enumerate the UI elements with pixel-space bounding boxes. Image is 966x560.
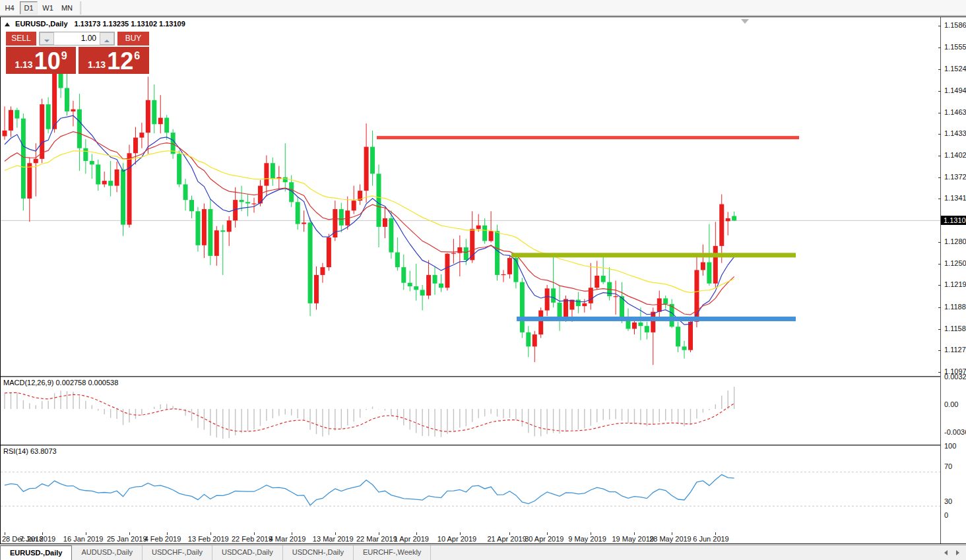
indicator-axis-label: 70 [944, 462, 952, 470]
price-axis-label: 1.12500 [944, 259, 966, 267]
date-axis-label: 13 Feb 2019 [188, 535, 229, 543]
date-axis-label: 13 Mar 2019 [313, 535, 354, 543]
date-axis-label: 25 Jan 2019 [107, 535, 147, 543]
date-axis-label: 6 Jun 2019 [693, 535, 728, 543]
buy-price-base: 1.13 [88, 59, 106, 70]
collapse-panel-icon[interactable] [5, 22, 10, 26]
indicator-axis-label: 0.00 [944, 400, 958, 408]
price-axis-tick [938, 307, 941, 308]
chart-title: EURUSD-,Daily 1.13173 1.13235 1.13102 1.… [5, 20, 185, 28]
rsi-pane-separator[interactable] [1, 445, 940, 446]
chart-window: EURUSD-,Daily 1.13173 1.13235 1.13102 1.… [0, 16, 966, 544]
price-axis-label: 1.14635 [944, 108, 966, 116]
price-axis-label: 1.14330 [944, 129, 966, 137]
chart-tab-eurchf[interactable]: EURCHF-,Weekly [354, 545, 431, 560]
price-axis-tick [938, 91, 941, 92]
date-axis-label: 30 Apr 2019 [525, 535, 564, 543]
price-axis-tick [938, 113, 941, 113]
rsi-indicator-canvas[interactable] [1, 447, 940, 532]
price-axis-tick [938, 134, 941, 135]
chart-tab-usdcad[interactable]: USDCAD-,Daily [212, 545, 283, 560]
timeframe-toolbar: H4D1W1MN [0, 0, 966, 16]
chart-shift-marker-icon[interactable] [741, 19, 749, 24]
date-axis-label: 22 Mar 2019 [356, 535, 397, 543]
price-axis-label: 1.15245 [944, 65, 966, 73]
macd-pane-separator[interactable] [1, 376, 940, 377]
sell-price-base: 1.13 [15, 59, 32, 70]
tab-scroll-right-icon[interactable] [956, 550, 959, 555]
indicator-axis-label: -0.003659 [944, 428, 966, 436]
timeframe-button-h4[interactable]: H4 [1, 1, 18, 15]
macd-indicator-canvas[interactable] [1, 378, 940, 444]
date-axis-label: 16 Jan 2019 [63, 535, 104, 543]
price-axis-tick [938, 26, 941, 26]
timeframe-button-d1[interactable]: D1 [20, 1, 38, 15]
price-axis-tick [938, 264, 941, 264]
indicator-axis-label: 0 [944, 511, 948, 519]
price-axis-tick [938, 47, 941, 48]
chart-tab-bar: EURUSD-,DailyAUDUSD-,DailyUSDCHF-,DailyU… [0, 545, 966, 560]
date-axis[interactable]: 28 Dec 20187 Jan 201916 Jan 201925 Jan 2… [1, 532, 940, 544]
date-axis-label: 19 May 2019 [612, 535, 654, 543]
indicator-axis-label: 30 [944, 497, 952, 505]
date-axis-label: 9 May 2019 [568, 535, 606, 543]
price-axis-label: 1.15860 [944, 21, 966, 29]
sell-button[interactable]: SELL [6, 32, 36, 46]
price-axis-tick [938, 177, 941, 178]
sell-price-display[interactable]: 1.13 10 9 [6, 47, 76, 74]
price-axis-label: 1.14940 [944, 86, 966, 94]
volume-increase-button[interactable] [100, 32, 114, 45]
price-axis-label: 1.13415 [944, 194, 966, 202]
chevron-up-icon [104, 40, 110, 42]
price-axis-tick [938, 69, 941, 70]
one-click-trade-panel: SELL 1.00 BUY 1.13 10 9 1.13 12 6 [6, 32, 149, 74]
price-axis-label: 1.12195 [944, 280, 966, 288]
timeframe-button-mn[interactable]: MN [58, 1, 76, 15]
date-axis-label: 7 Jan 2019 [20, 535, 55, 543]
sell-price-point: 9 [61, 50, 67, 62]
buy-price-pips: 12 [107, 50, 133, 73]
chart-quote-ohlc: 1.13173 1.13235 1.13102 1.13109 [75, 20, 185, 28]
chart-tab-usdchf[interactable]: USDCHF-,Daily [143, 545, 212, 560]
sell-price-pips: 10 [34, 50, 61, 73]
price-axis-label: 1.14025 [944, 151, 966, 159]
chart-tab-usdcnh[interactable]: USDCNH-,Daily [283, 545, 354, 560]
buy-button[interactable]: BUY [117, 32, 149, 46]
date-axis-label: 28 May 2019 [649, 535, 692, 543]
price-axis-tick [938, 285, 941, 286]
tab-scroll-left-icon[interactable] [944, 550, 948, 555]
timeframe-button-w1[interactable]: W1 [39, 1, 57, 15]
buy-price-point: 6 [134, 50, 140, 62]
price-axis-tick [938, 199, 941, 199]
macd-label: MACD(12,26,9) 0.002758 0.000538 [3, 379, 118, 387]
price-axis-tick [938, 329, 941, 330]
price-axis-tick [938, 156, 941, 156]
volume-value[interactable]: 1.00 [81, 34, 96, 43]
price-axis-tick [938, 372, 941, 373]
date-axis-label: 1 Apr 2019 [394, 535, 429, 543]
date-axis-label: 22 Feb 2019 [232, 535, 273, 543]
date-axis-label: 21 Apr 2019 [487, 535, 526, 543]
chart-tab-audusd[interactable]: AUDUSD-,Daily [72, 545, 143, 560]
toolbar-separator [79, 1, 81, 15]
date-axis-label: 4 Mar 2019 [269, 535, 306, 543]
price-axis-label: 1.13720 [944, 173, 966, 181]
volume-stepper[interactable]: 1.00 [39, 32, 115, 46]
indicator-axis-label: 100 [944, 442, 956, 450]
price-axis-tick [938, 350, 941, 351]
price-axis-tick [938, 242, 941, 243]
volume-decrease-button[interactable] [40, 32, 54, 45]
price-axis-label: 1.15550 [944, 43, 966, 51]
date-axis-label: 10 Apr 2019 [437, 535, 476, 543]
date-axis-label: 4 Feb 2019 [145, 535, 181, 543]
current-price-badge: 1.13109 [941, 216, 966, 225]
chart-symbol-label: EURUSD-,Daily [15, 20, 67, 28]
price-axis[interactable]: 1.158601.155501.152451.149401.146351.143… [940, 17, 966, 544]
chart-tab-eurusd[interactable]: EURUSD-,Daily [0, 545, 72, 560]
buy-price-display[interactable]: 1.13 12 6 [79, 47, 149, 74]
price-axis-label: 1.11580 [944, 325, 966, 332]
price-axis-label: 1.11885 [944, 303, 966, 311]
chevron-down-icon [44, 40, 49, 42]
price-axis-label: 1.12805 [944, 237, 966, 245]
price-axis-label: 1.11275 [944, 346, 966, 354]
